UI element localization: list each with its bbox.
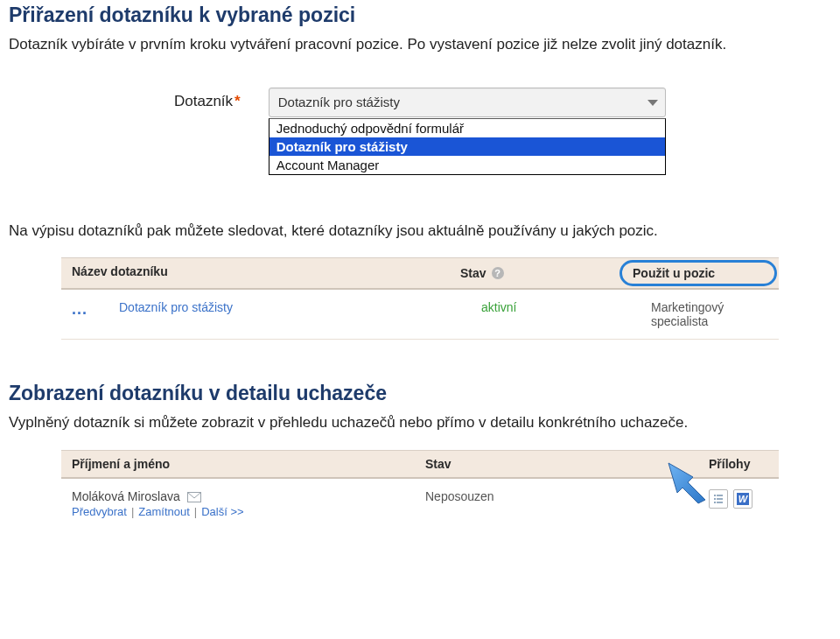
help-icon[interactable]: ? bbox=[492, 267, 504, 279]
section1-paragraph: Dotazník vybíráte v prvním kroku vytváře… bbox=[9, 34, 831, 56]
section1-heading: Přiřazení dotazníku k vybrané pozici bbox=[9, 4, 831, 27]
applicant-actions: Předvybrat|Zamítnout|Další >> bbox=[72, 505, 404, 518]
select-dotaznik[interactable]: Dotazník pro stážisty bbox=[269, 88, 666, 117]
select-option-selected[interactable]: Dotazník pro stážisty bbox=[270, 137, 665, 156]
svg-point-2 bbox=[714, 495, 716, 496]
row-state: aktivní bbox=[471, 290, 640, 339]
screenshot-dotaznik-select: Dotazník* Dotazník pro stážisty Jednoduc… bbox=[153, 72, 687, 186]
svg-rect-5 bbox=[717, 498, 723, 499]
section2-paragraph: Na výpisu dotazníků pak můžete sledovat,… bbox=[9, 221, 831, 242]
row-actions-ellipsis[interactable]: ... bbox=[61, 290, 108, 339]
svg-text:W: W bbox=[738, 494, 749, 504]
svg-rect-7 bbox=[717, 502, 723, 502]
field-label-dotaznik: Dotazník* bbox=[174, 88, 241, 110]
select-option[interactable]: Jednoduchý odpovědní formulář bbox=[270, 119, 665, 137]
col-header-name: Název dotazníku bbox=[61, 258, 450, 288]
select-option[interactable]: Account Manager bbox=[270, 156, 665, 174]
col-header-attachments: Přílohy bbox=[698, 451, 779, 477]
questionnaire-icon[interactable] bbox=[709, 489, 728, 509]
svg-rect-3 bbox=[717, 495, 723, 495]
col-header-applicant-name: Příjmení a jméno bbox=[61, 451, 415, 477]
row-name-link[interactable]: Dotazník pro stážisty bbox=[108, 290, 471, 339]
word-doc-icon[interactable]: W bbox=[733, 489, 752, 509]
chevron-down-icon bbox=[648, 100, 658, 106]
col-header-state-text: Stav bbox=[460, 266, 486, 280]
field-label-text: Dotazník bbox=[174, 93, 233, 109]
envelope-icon[interactable] bbox=[187, 492, 201, 502]
section3-heading: Zobrazení dotazníku v detailu uchazeče bbox=[9, 382, 831, 405]
required-asterisk: * bbox=[233, 93, 241, 109]
svg-point-4 bbox=[714, 498, 716, 500]
action-more[interactable]: Další >> bbox=[201, 505, 243, 518]
select-dropdown-list: Jednoduchý odpovědní formulář Dotazník p… bbox=[269, 118, 666, 175]
table-row: ... Dotazník pro stážisty aktivní Market… bbox=[61, 290, 779, 340]
applicant-name[interactable]: Moláková Miroslava bbox=[72, 489, 180, 503]
col-header-state: Stav ? bbox=[450, 258, 620, 288]
action-reject[interactable]: Zamítnout bbox=[138, 505, 190, 518]
col-header-applicant-state: Stav bbox=[415, 451, 698, 477]
screenshot-dotaznik-table: Název dotazníku Stav ? Použit u pozic ..… bbox=[61, 257, 779, 340]
col-header-used-highlight: Použit u pozic bbox=[620, 260, 777, 286]
section3-paragraph: Vyplněný dotazník si můžete zobrazit v p… bbox=[9, 412, 831, 434]
select-value: Dotazník pro stážisty bbox=[278, 95, 400, 109]
applicant-state: Neposouzen bbox=[415, 486, 698, 527]
screenshot-applicant-table: Příjmení a jméno Stav Přílohy Moláková M… bbox=[61, 450, 779, 527]
action-preselect[interactable]: Předvybrat bbox=[72, 505, 127, 518]
row-used-positions: Marketingový specialista bbox=[640, 290, 779, 339]
svg-point-6 bbox=[714, 502, 716, 503]
table-row: Moláková Miroslava Předvybrat|Zamítnout|… bbox=[61, 479, 779, 527]
